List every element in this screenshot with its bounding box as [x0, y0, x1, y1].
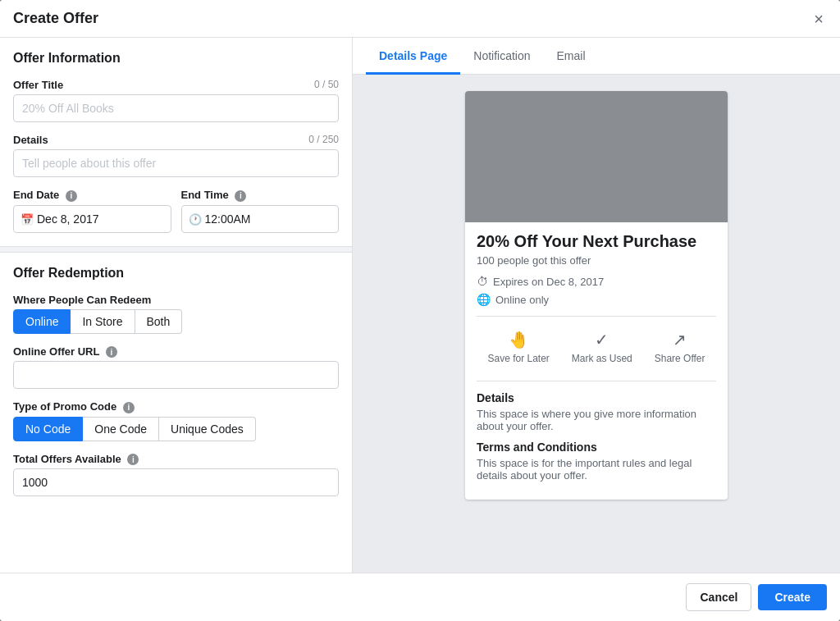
online-url-input[interactable]: [13, 361, 339, 389]
card-claimed: 100 people got this offer: [477, 254, 716, 267]
details-label: Details 0 / 250: [13, 134, 339, 146]
one-code-button[interactable]: One Code: [83, 417, 159, 441]
details-input[interactable]: [13, 149, 339, 177]
details-section-text: This space is where you give more inform…: [477, 408, 716, 432]
preview-area: 20% Off Your Next Purchase 100 people go…: [353, 75, 840, 573]
modal-body: Offer Information Offer Title 0 / 50 Det: [0, 38, 840, 573]
tabs-bar: Details Page Notification Email: [353, 38, 840, 75]
card-divider-2: [477, 381, 716, 381]
unique-codes-button[interactable]: Unique Codes: [159, 417, 256, 441]
offer-title-input[interactable]: [13, 94, 339, 122]
tab-email[interactable]: Email: [544, 38, 599, 75]
save-for-later-icon: 🤚: [509, 330, 529, 349]
where-redeem-label: Where People Can Redeem: [13, 294, 339, 306]
offer-information-header: Offer Information: [0, 38, 352, 72]
end-time-input-wrapper: 🕐: [181, 205, 340, 233]
tab-details-page[interactable]: Details Page: [366, 38, 460, 75]
promo-code-row: Type of Promo Code i No Code One Code Un…: [13, 400, 339, 441]
redeem-online-button[interactable]: Online: [13, 309, 71, 334]
modal-title: Create Offer: [13, 10, 98, 27]
left-panel: Offer Information Offer Title 0 / 50 Det: [0, 38, 353, 573]
redeem-both-button[interactable]: Both: [135, 309, 183, 334]
promo-code-label: Type of Promo Code i: [13, 400, 339, 413]
modal-footer: Cancel Create: [0, 573, 840, 621]
end-date-info-icon[interactable]: i: [66, 190, 77, 202]
save-for-later-label: Save for Later: [487, 353, 549, 364]
cancel-button[interactable]: Cancel: [686, 583, 751, 611]
promo-code-options-group: No Code One Code Unique Codes: [13, 417, 339, 441]
end-time-input[interactable]: [181, 205, 340, 233]
terms-section-title: Terms and Conditions: [477, 441, 716, 454]
share-offer-label: Share Offer: [655, 353, 705, 364]
mark-as-used-label: Mark as Used: [572, 353, 632, 364]
total-offers-input[interactable]: [13, 468, 339, 496]
online-url-info-icon[interactable]: i: [106, 346, 117, 358]
modal-overlay: Create Offer × Offer Information Offer T…: [0, 0, 840, 621]
online-url-row: Online Offer URL i: [13, 345, 339, 390]
offer-title-char-count: 0 / 50: [314, 79, 339, 90]
card-image: [465, 91, 728, 222]
card-content: 20% Off Your Next Purchase 100 people go…: [465, 222, 728, 500]
offer-card: 20% Off Your Next Purchase 100 people go…: [465, 91, 728, 500]
details-row: Details 0 / 250: [13, 134, 339, 177]
section-divider: [0, 246, 352, 253]
end-time-info-icon[interactable]: i: [235, 190, 246, 202]
right-panel: Details Page Notification Email 20% Off …: [353, 38, 840, 573]
offer-redemption-header: Offer Redemption: [0, 253, 352, 287]
mark-as-used-action[interactable]: ✓ Mark as Used: [572, 330, 632, 364]
online-url-label: Online Offer URL i: [13, 345, 339, 358]
close-button[interactable]: ×: [810, 11, 827, 27]
clock-icon: 🕐: [189, 212, 202, 225]
details-char-count: 0 / 250: [308, 134, 339, 145]
tab-notification[interactable]: Notification: [460, 38, 543, 75]
redeem-options-group: Online In Store Both: [13, 309, 339, 334]
share-offer-action[interactable]: ↗ Share Offer: [655, 330, 705, 364]
card-expires: ⏱ Expires on Dec 8, 2017: [477, 275, 716, 288]
end-date-input[interactable]: [13, 205, 171, 233]
offer-information-form: Offer Title 0 / 50 Details 0 / 250: [0, 72, 352, 246]
card-location: 🌐 Online only: [477, 293, 716, 306]
card-divider-1: [477, 316, 716, 317]
redeem-instore-button[interactable]: In Store: [71, 309, 135, 334]
end-time-label: End Time i: [181, 189, 340, 202]
card-actions: 🤚 Save for Later ✓ Mark as Used ↗ Share …: [477, 326, 716, 371]
total-offers-info-icon[interactable]: i: [127, 454, 139, 465]
date-time-row: End Date i 📅 End Time i: [13, 189, 339, 233]
location-icon: 🌐: [477, 293, 491, 306]
card-title: 20% Off Your Next Purchase: [477, 232, 716, 251]
share-offer-icon: ↗: [673, 330, 687, 349]
end-date-field: End Date i 📅: [13, 189, 171, 233]
end-date-label: End Date i: [13, 189, 171, 202]
modal-header: Create Offer ×: [0, 0, 840, 38]
mark-as-used-icon: ✓: [595, 330, 609, 349]
offer-title-label: Offer Title 0 / 50: [13, 79, 339, 91]
end-date-input-wrapper: 📅: [13, 205, 171, 233]
create-button[interactable]: Create: [758, 584, 827, 610]
expires-icon: ⏱: [477, 275, 488, 288]
where-redeem-row: Where People Can Redeem Online In Store …: [13, 294, 339, 334]
calendar-icon: 📅: [21, 212, 34, 225]
no-code-button[interactable]: No Code: [13, 417, 83, 441]
end-time-field: End Time i 🕐: [181, 189, 340, 233]
save-for-later-action[interactable]: 🤚 Save for Later: [487, 330, 549, 364]
total-offers-spinbox: [13, 468, 339, 496]
create-offer-modal: Create Offer × Offer Information Offer T…: [0, 0, 840, 621]
terms-section-text: This space is for the important rules an…: [477, 457, 716, 482]
offer-title-row: Offer Title 0 / 50: [13, 79, 339, 122]
total-offers-row: Total Offers Available i: [13, 453, 339, 497]
details-section-title: Details: [477, 391, 716, 404]
total-offers-label: Total Offers Available i: [13, 453, 339, 466]
promo-code-info-icon[interactable]: i: [123, 402, 135, 413]
offer-redemption-form: Where People Can Redeem Online In Store …: [0, 287, 352, 522]
